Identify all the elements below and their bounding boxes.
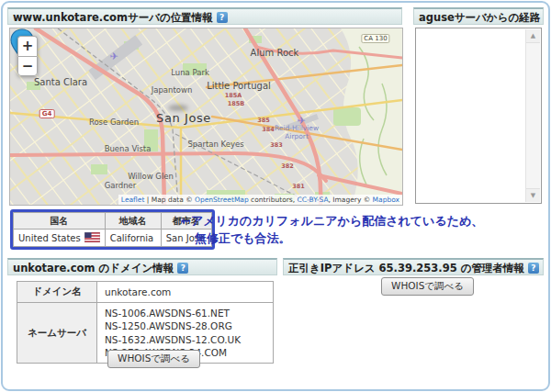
country-header: 国名 — [14, 213, 106, 230]
route-section-header: aguseサーバからの経路? — [413, 7, 544, 25]
map-pin-shadow — [168, 105, 188, 111]
country-value: United States — [18, 233, 81, 243]
map[interactable]: + − Leaflet | Map data © OpenStreetMap c… — [9, 28, 403, 206]
scroll-up-button[interactable]: ▲ — [526, 29, 540, 43]
zoom-in-button[interactable]: + — [17, 36, 38, 56]
map-attribution: Leaflet | Map data © OpenStreetMap contr… — [118, 195, 402, 205]
us-flag-icon — [84, 232, 100, 242]
annotation-line2: 無修正でも合法。 — [195, 230, 483, 247]
attribution-link[interactable]: OpenStreetMap — [195, 196, 249, 204]
attribution-link[interactable]: CC-BY-SA — [297, 196, 328, 204]
domain-section-header: unkotare.com のドメイン情報? — [7, 258, 277, 275]
nameserver-item: NS-1250.AWSDNS-28.ORG — [105, 319, 265, 332]
nameserver-item: NS-1632.AWSDNS-12.CO.UK — [105, 333, 265, 346]
help-icon[interactable]: ? — [177, 263, 188, 274]
domain-whois-button[interactable]: WHOISで調べる — [107, 350, 200, 368]
map-svg — [10, 28, 402, 205]
help-icon[interactable]: ? — [528, 263, 539, 274]
domain-name-value: unkotare.com — [97, 282, 274, 303]
location-section-header: www.unkotare.comサーバの位置情報? — [7, 7, 402, 25]
page: www.unkotare.comサーバの位置情報? — [0, 0, 551, 392]
annotation: ←アメリカのカリフォルニアから配信されているため、 無修正でも合法。 — [181, 212, 483, 247]
zoom-out-button[interactable]: − — [17, 56, 38, 76]
attribution-link[interactable]: Mapbox — [373, 196, 399, 204]
route-listbox[interactable]: ▲ ▼ — [415, 28, 542, 204]
region-cell: California — [105, 230, 161, 247]
nameserver-label: ネームサーバ — [17, 303, 97, 364]
attribution-text: contributors, — [249, 196, 298, 204]
location-section-title: www.unkotare.comサーバの位置情報 — [13, 11, 213, 24]
ip-section-title: 正引きIPアドレス 65.39.253.95 の管理者情報 — [288, 262, 524, 274]
map-zoom-control: + − — [17, 36, 38, 76]
help-icon[interactable]: ? — [217, 12, 228, 23]
attribution-text: | Map data © — [144, 196, 195, 204]
annotation-line1: ←アメリカのカリフォルニアから配信されているため、 — [181, 212, 483, 230]
country-cell: United States — [14, 230, 106, 247]
ip-whois-button[interactable]: WHOISで調べる — [381, 277, 474, 296]
ip-section-header: 正引きIPアドレス 65.39.253.95 の管理者情報? — [283, 258, 544, 275]
domain-section-title: unkotare.com のドメイン情報 — [13, 262, 174, 274]
route-section-title: aguseサーバからの経路 — [419, 11, 540, 24]
scroll-down-button[interactable]: ▼ — [526, 188, 540, 202]
nameserver-item: NS-1006.AWSDNS-61.NET — [105, 307, 265, 319]
scrollbar[interactable]: ▲ ▼ — [525, 29, 540, 202]
attribution-text: , Imagery © — [329, 196, 373, 204]
attribution-link[interactable]: Leaflet — [121, 196, 145, 204]
region-header: 地域名 — [105, 213, 161, 230]
domain-name-label: ドメイン名 — [17, 282, 97, 303]
